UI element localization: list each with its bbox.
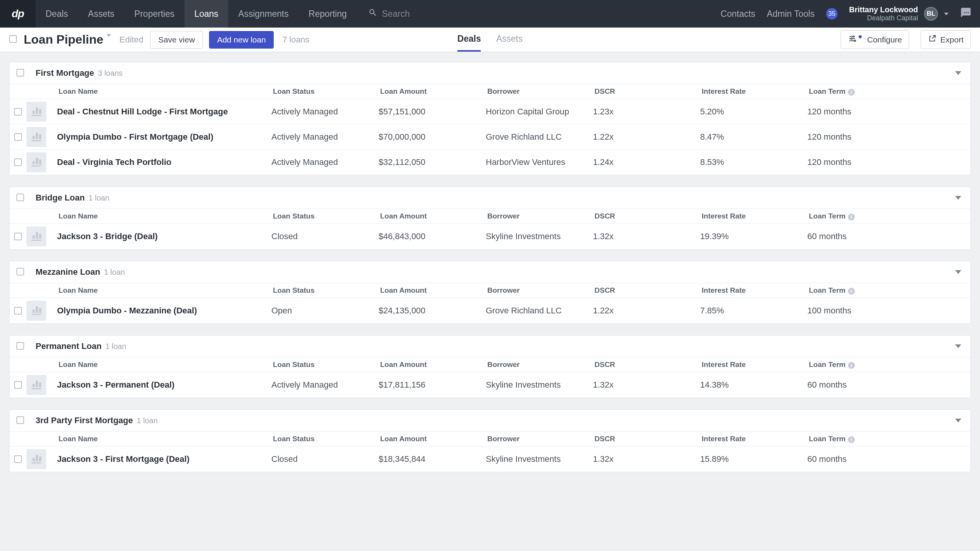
column-header[interactable]: Loan Status (271, 360, 379, 369)
column-header[interactable]: DSCR (593, 87, 700, 96)
loan-status: Actively Managed (271, 132, 379, 142)
export-button[interactable]: Export (921, 30, 971, 49)
table-row: Deal - Virginia Tech PortfolioActively M… (10, 150, 970, 175)
loan-name-link[interactable]: Olympia Dumbo - First Mortgage (Deal) (57, 132, 271, 142)
row-checkbox[interactable] (10, 455, 26, 463)
column-header[interactable]: DSCR (593, 286, 700, 295)
logo[interactable]: dp (0, 0, 36, 28)
loan-dscr: 1.22x (593, 306, 700, 316)
nav-item-assets[interactable]: Assets (78, 0, 124, 28)
nav-item-deals[interactable]: Deals (36, 0, 78, 28)
nav-contacts[interactable]: Contacts (720, 9, 755, 19)
title-dropdown[interactable] (106, 37, 111, 42)
chevron-down-icon (106, 34, 111, 42)
loan-dscr: 1.24x (593, 157, 700, 167)
loan-name-link[interactable]: Deal - Chestnut Hill Lodge - First Mortg… (57, 107, 271, 117)
column-header[interactable]: Loan Status (271, 286, 379, 295)
column-header[interactable]: Loan Amount (379, 212, 486, 220)
tab-assets[interactable]: Assets (496, 28, 523, 52)
search-input[interactable] (382, 9, 495, 19)
column-header[interactable]: Borrower (486, 87, 593, 96)
column-header[interactable]: Borrower (486, 360, 593, 369)
column-header[interactable]: Interest Rate (700, 87, 807, 96)
column-header[interactable]: Loan Name (57, 87, 271, 96)
loan-name-link[interactable]: Olympia Dumbo - Mezzanine (Deal) (57, 306, 271, 316)
nav-item-reporting[interactable]: Reporting (299, 0, 357, 28)
group-checkbox[interactable] (16, 416, 24, 425)
column-header[interactable]: Loan Termi (807, 87, 970, 96)
loan-name-link[interactable]: Jackson 3 - First Mortgage (Deal) (57, 454, 271, 464)
row-checkbox[interactable] (10, 381, 26, 389)
column-headers: Loan NameLoan StatusLoan AmountBorrowerD… (10, 283, 970, 298)
column-header[interactable]: Borrower (486, 212, 593, 220)
loan-amount: $18,345,844 (379, 454, 486, 464)
column-header[interactable]: DSCR (593, 360, 700, 369)
loan-rate: 7.85% (700, 306, 807, 316)
group-checkbox[interactable] (16, 194, 24, 202)
column-header[interactable]: Loan Amount (379, 360, 486, 369)
chat-icon[interactable] (960, 7, 972, 21)
nav-item-loans[interactable]: Loans (185, 0, 229, 28)
column-header[interactable]: Interest Rate (700, 212, 807, 220)
loan-name-link[interactable]: Deal - Virginia Tech Portfolio (57, 157, 271, 167)
row-checkbox[interactable] (10, 108, 26, 116)
collapse-toggle[interactable] (953, 68, 964, 78)
row-checkbox[interactable] (10, 133, 26, 141)
column-header[interactable]: Loan Termi (807, 360, 970, 369)
chevron-down-icon (955, 196, 961, 200)
column-header[interactable]: Loan Name (57, 435, 271, 443)
loan-dscr: 1.32x (593, 380, 700, 390)
column-header[interactable]: Loan Amount (379, 435, 486, 443)
collapse-toggle[interactable] (953, 192, 964, 203)
loan-borrower: HarborView Ventures (486, 157, 593, 167)
column-header[interactable]: Loan Status (271, 435, 379, 443)
loan-term: 120 months (807, 157, 970, 167)
notification-badge[interactable]: 35 (826, 8, 838, 20)
column-header[interactable]: Loan Termi (807, 286, 970, 295)
column-header[interactable]: DSCR (593, 212, 700, 220)
nav-item-properties[interactable]: Properties (124, 0, 185, 28)
column-header[interactable]: Interest Rate (700, 360, 807, 369)
collapse-toggle[interactable] (953, 341, 964, 352)
add-new-loan-button[interactable]: Add new loan (209, 31, 274, 49)
column-header[interactable]: Loan Name (57, 360, 271, 369)
loan-name-link[interactable]: Jackson 3 - Permanent (Deal) (57, 380, 271, 390)
column-header[interactable]: Interest Rate (700, 435, 807, 443)
info-icon: i (848, 89, 855, 96)
group-checkbox[interactable] (16, 268, 24, 277)
column-header[interactable]: Loan Amount (379, 286, 486, 295)
column-header[interactable]: DSCR (593, 435, 700, 443)
column-header[interactable]: Loan Status (271, 212, 379, 220)
row-checkbox[interactable] (10, 233, 26, 240)
loan-name-link[interactable]: Jackson 3 - Bridge (Deal) (57, 231, 271, 241)
column-header[interactable]: Loan Status (271, 87, 379, 96)
save-view-button[interactable]: Save view (150, 31, 203, 49)
loan-term: 100 months (807, 306, 970, 316)
content: First Mortgage3 loansLoan NameLoan Statu… (0, 52, 980, 494)
configure-button[interactable]: Configure (841, 30, 909, 49)
tab-deals[interactable]: Deals (457, 28, 481, 52)
loan-dscr: 1.32x (593, 231, 700, 241)
column-header[interactable]: Loan Termi (807, 435, 970, 443)
nav-admin-tools[interactable]: Admin Tools (767, 9, 815, 19)
loan-group: Mezzanine Loan1 loanLoan NameLoan Status… (9, 261, 971, 324)
nav-item-assignments[interactable]: Assignments (228, 0, 299, 28)
row-checkbox[interactable] (10, 158, 26, 166)
group-checkbox[interactable] (16, 69, 24, 78)
collapse-toggle[interactable] (953, 267, 964, 277)
column-header[interactable]: Loan Termi (807, 212, 970, 220)
column-header[interactable]: Loan Amount (379, 87, 486, 96)
building-icon (26, 152, 46, 172)
select-all-checkbox[interactable] (9, 35, 17, 44)
group-checkbox[interactable] (16, 342, 24, 351)
row-checkbox[interactable] (10, 307, 26, 315)
column-header[interactable]: Loan Name (57, 212, 271, 220)
collapse-toggle[interactable] (953, 415, 964, 426)
column-header[interactable]: Borrower (486, 435, 593, 443)
column-header[interactable]: Interest Rate (700, 286, 807, 295)
info-icon: i (848, 436, 855, 443)
column-header[interactable]: Borrower (486, 286, 593, 295)
column-header[interactable]: Loan Name (57, 286, 271, 295)
user-menu[interactable]: Brittany Lockwood Dealpath Capital BL (849, 5, 949, 23)
chevron-down-icon (944, 13, 949, 15)
